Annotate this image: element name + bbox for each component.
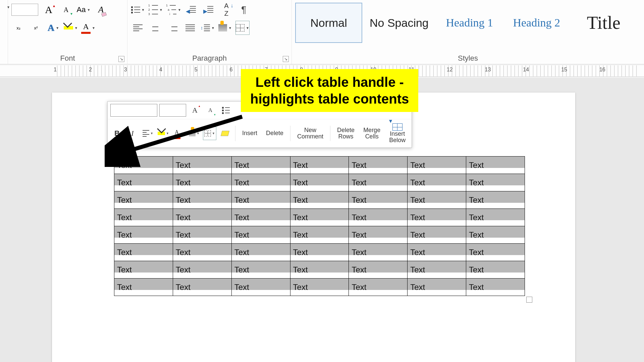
mini-insert-button[interactable]: Insert: [239, 127, 261, 140]
shrink-font-button[interactable]: A▾: [59, 3, 73, 17]
bullets-button[interactable]: ▼: [131, 3, 145, 17]
table-cell[interactable]: Text: [466, 279, 525, 296]
table-cell[interactable]: Text: [114, 244, 173, 261]
table-row[interactable]: TextTextTextTextTextTextText: [114, 244, 525, 261]
table-cell[interactable]: Text: [408, 279, 466, 296]
style-heading-1[interactable]: Heading 1: [436, 3, 503, 43]
table-cell[interactable]: Text: [290, 226, 349, 244]
table-resize-handle[interactable]: [526, 297, 532, 303]
increase-indent-button[interactable]: ▶: [202, 3, 216, 17]
mini-font-color-button[interactable]: A▼: [172, 127, 185, 140]
mini-bold-button[interactable]: B: [110, 127, 124, 140]
font-dialog-launcher[interactable]: ↘: [118, 56, 124, 62]
table-cell[interactable]: Text: [466, 157, 525, 174]
table-cell[interactable]: Text: [231, 226, 290, 244]
table-cell[interactable]: Text: [466, 191, 525, 209]
mini-highlight-button[interactable]: ▼: [157, 127, 170, 140]
shading-button[interactable]: ▼: [218, 21, 232, 35]
table-cell[interactable]: Text: [114, 279, 173, 296]
style-title[interactable]: Title: [570, 3, 637, 43]
table-cell[interactable]: Text: [466, 174, 525, 191]
table-cell[interactable]: Text: [231, 157, 290, 174]
table-cell[interactable]: Text: [349, 191, 408, 209]
table-cell[interactable]: Text: [466, 209, 525, 226]
table-cell[interactable]: Text: [408, 174, 466, 191]
justify-button[interactable]: [183, 21, 197, 35]
show-hide-marks-button[interactable]: ¶: [237, 3, 251, 17]
table-cell[interactable]: Text: [408, 261, 466, 279]
table-row[interactable]: TextTextTextTextTextTextText: [114, 191, 525, 209]
document-table[interactable]: TextTextTextTextTextTextTextTextTextText…: [114, 156, 525, 296]
clear-formatting-button[interactable]: A: [94, 3, 108, 17]
decrease-indent-button[interactable]: ◀: [184, 3, 199, 17]
mini-merge-cells-button[interactable]: MergeCells: [360, 124, 384, 143]
table-cell[interactable]: Text: [173, 191, 231, 209]
align-right-button[interactable]: [166, 21, 180, 35]
align-center-button[interactable]: [148, 21, 162, 35]
table-cell[interactable]: Text: [349, 261, 408, 279]
table-row[interactable]: TextTextTextTextTextTextText: [114, 279, 525, 296]
table-cell[interactable]: Text: [408, 191, 466, 209]
table-cell[interactable]: Text: [231, 191, 290, 209]
table-cell[interactable]: Text: [173, 209, 231, 226]
table-cell[interactable]: Text: [173, 174, 231, 191]
mini-delete-rows-button[interactable]: DeleteRows: [334, 124, 358, 143]
table-cell[interactable]: Text: [114, 226, 173, 244]
mini-bullets[interactable]: [219, 104, 232, 117]
table-cell[interactable]: Text: [290, 279, 349, 296]
table-cell[interactable]: Text: [349, 174, 408, 191]
table-row[interactable]: TextTextTextTextTextTextText: [114, 226, 525, 244]
table-cell[interactable]: Text: [114, 261, 173, 279]
table-cell[interactable]: Text: [114, 174, 173, 191]
table-row[interactable]: TextTextTextTextTextTextText: [114, 174, 525, 191]
table-cell[interactable]: Text: [290, 191, 349, 209]
mini-grow-font[interactable]: A▴: [188, 104, 202, 117]
table-cell[interactable]: Text: [349, 279, 408, 296]
table-cell[interactable]: Text: [231, 261, 290, 279]
table-cell[interactable]: Text: [290, 261, 349, 279]
table-cell[interactable]: Text: [114, 209, 173, 226]
table-cell[interactable]: Text: [349, 226, 408, 244]
mini-format-painter[interactable]: [218, 127, 232, 140]
table-cell[interactable]: Text: [466, 261, 525, 279]
table-cell[interactable]: Text: [466, 244, 525, 261]
table-cell[interactable]: Text: [114, 191, 173, 209]
mini-font-select[interactable]: [110, 104, 157, 117]
table-cell[interactable]: Text: [408, 209, 466, 226]
table-cell[interactable]: Text: [408, 226, 466, 244]
font-size-box[interactable]: [11, 4, 38, 16]
table-cell[interactable]: Text: [290, 244, 349, 261]
table-cell[interactable]: Text: [173, 261, 231, 279]
font-color-button[interactable]: A▼: [81, 21, 95, 35]
table-cell[interactable]: Text: [231, 279, 290, 296]
table-cell[interactable]: Text: [349, 244, 408, 261]
paragraph-dialog-launcher[interactable]: ↘: [283, 56, 289, 62]
table-cell[interactable]: Text: [231, 244, 290, 261]
mini-insert-below-button[interactable]: InsertBelow: [386, 121, 409, 145]
sort-button[interactable]: AZ: [219, 3, 233, 17]
mini-align-button[interactable]: ▼: [141, 127, 155, 140]
style-normal[interactable]: Normal: [295, 3, 362, 43]
mini-new-comment-button[interactable]: NewComment: [294, 124, 327, 143]
subscript-button[interactable]: x₂: [11, 21, 25, 35]
style-heading-2[interactable]: Heading 2: [503, 3, 570, 43]
table-cell[interactable]: Text: [231, 174, 290, 191]
table-cell[interactable]: Text: [408, 244, 466, 261]
highlight-button[interactable]: ▼: [64, 21, 78, 35]
text-effects-button[interactable]: A▼: [46, 21, 60, 35]
superscript-button[interactable]: x²: [29, 21, 43, 35]
table-cell[interactable]: Text: [231, 209, 290, 226]
table-cell[interactable]: Text: [408, 157, 466, 174]
align-left-button[interactable]: [131, 21, 145, 35]
table-cell[interactable]: Text: [173, 279, 231, 296]
change-case-button[interactable]: Aa▼: [76, 3, 91, 17]
mini-shading-button[interactable]: ▼: [187, 127, 201, 140]
table-cell[interactable]: Text: [349, 209, 408, 226]
line-spacing-button[interactable]: ↕▼: [201, 21, 215, 35]
table-cell[interactable]: Text: [466, 226, 525, 244]
mini-italic-button[interactable]: I: [126, 127, 139, 140]
table-cell[interactable]: Text: [290, 209, 349, 226]
table-cell[interactable]: Text: [290, 174, 349, 191]
style-no-spacing[interactable]: No Spacing: [362, 3, 436, 43]
table-cell[interactable]: Text: [290, 157, 349, 174]
